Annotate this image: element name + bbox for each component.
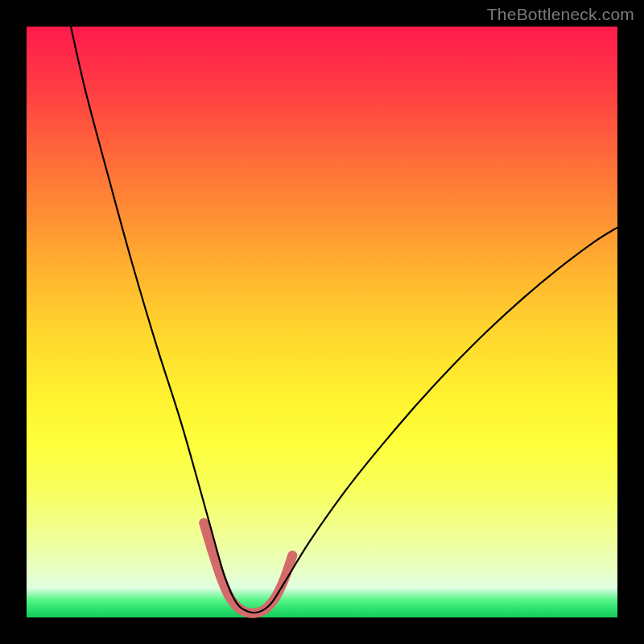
plot-area: [27, 27, 617, 617]
chart-svg: [27, 27, 617, 617]
outer-frame: TheBottleneck.com: [0, 0, 644, 644]
watermark-text: TheBottleneck.com: [487, 5, 634, 24]
bottleneck-curve-path: [71, 27, 617, 613]
valley-highlight-path: [204, 523, 292, 613]
